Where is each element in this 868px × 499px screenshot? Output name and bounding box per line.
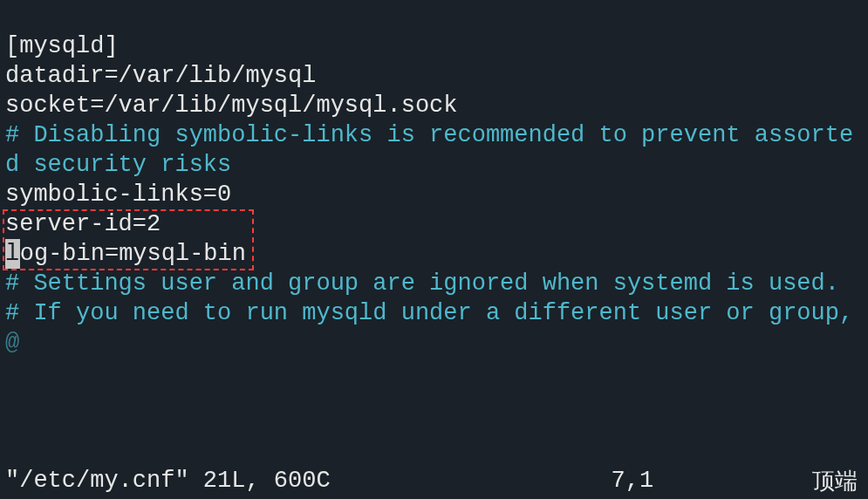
config-line-logbin-rest: og-bin=mysql-bin [20,241,246,267]
config-line-symlinks: symbolic-links=0 [5,181,231,208]
vim-status-bar: "/etc/my.cnf" 21L, 600C 7,1 顶端 [0,466,868,499]
config-line-datadir: datadir=/var/lib/mysql [5,63,316,89]
config-comment-symlink: # Disabling symbolic-links is recommende… [5,122,853,178]
status-scroll-location: 顶端 [812,466,863,496]
config-line-socket: socket=/var/lib/mysql/mysql.sock [5,92,457,119]
config-line-logbin: log-bin=mysql-bin [5,241,246,267]
status-cursor-position: 7,1 [331,466,812,496]
vim-continuation-marker: @ [5,330,19,356]
config-line-server-id: server-id=2 [5,211,161,237]
editor-viewport[interactable]: [mysqld] datadir=/var/lib/mysql socket=/… [0,0,868,387]
status-file-info: "/etc/my.cnf" 21L, 600C [5,466,331,496]
config-comment-ifneed: # If you need to run mysqld under a diff… [5,300,853,326]
text-cursor: l [5,239,20,269]
config-comment-settings: # Settings user and group are ignored wh… [5,270,839,297]
config-section-header: [mysqld] [5,33,119,59]
